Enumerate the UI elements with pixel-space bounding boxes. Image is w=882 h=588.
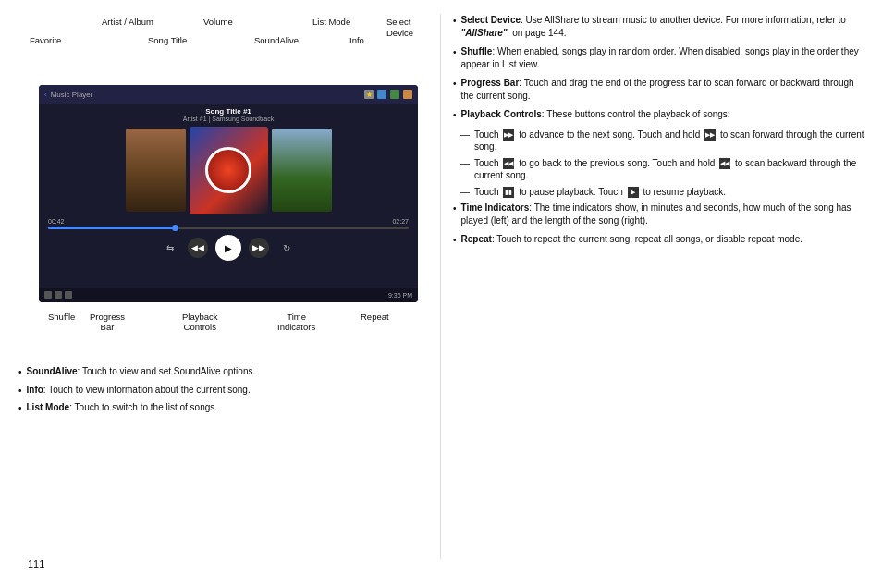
label-select: Select [386, 17, 410, 27]
player-topbar: ‹ Music Player ★ [39, 85, 418, 104]
right-bullet-progress: • Progress Bar: Touch and drag the end o… [453, 77, 869, 102]
sub-bullet-prev: — Touch ◀◀ to go back to the previous so… [460, 157, 869, 182]
rw-icon-2: ◀◀ [719, 158, 730, 169]
label-volume: Volume [203, 17, 233, 27]
label-artist-album: Artist / Album [102, 17, 153, 27]
right-bullet-playback: • Playback Controls: These buttons contr… [453, 108, 869, 122]
rb-text-4: Playback Controls: These buttons control… [461, 108, 730, 122]
right-bullet-shuffle: • Shuffle: When enabled, songs play in r… [453, 45, 869, 70]
time-elapsed: 00:42 [48, 218, 65, 225]
bullet-list-mode: • List Mode: Touch to switch to the list… [18, 401, 444, 415]
favorite-icon[interactable]: ★ [364, 90, 374, 99]
song-title: Song Title #1 [39, 107, 418, 116]
next-button[interactable]: ▶▶ [249, 238, 269, 258]
top-annotations: Favorite Artist / Album Song Title Volum… [18, 9, 444, 83]
list-mode-icon[interactable] [390, 90, 399, 99]
drum-art [190, 127, 268, 214]
bullet-info: • Info: Touch to view information about … [18, 384, 444, 398]
rb-dot-3: • [453, 78, 457, 102]
bullet-soundalive: • SoundAlive: Touch to view and set Soun… [18, 365, 444, 379]
label-list-mode: List Mode [312, 17, 350, 27]
rb-dot-6: • [453, 234, 457, 247]
forest-art [272, 129, 332, 212]
bottom-annotations: Shuffle ProgressBar PlaybackControls Tim… [39, 302, 418, 358]
rb-text-3: Progress Bar: Touch and drag the end of … [461, 77, 869, 102]
shuffle-button[interactable]: ⇆ [160, 238, 180, 258]
label-sound-alive: SoundAlive [254, 35, 299, 45]
sub-text-2: Touch ◀◀ to go back to the previous song… [474, 157, 869, 182]
time-remaining: 02:27 [392, 218, 409, 225]
sub-text-3: Touch ▮▮ to pause playback. Touch ▶ to r… [474, 186, 726, 199]
progress-handle [172, 225, 178, 231]
bullet-dot-3: • [18, 402, 22, 415]
rb-text-5: Time Indicators: The time indicators sho… [461, 202, 869, 227]
progress-section: 00:42 02:27 [39, 216, 418, 231]
topbar-left: ‹ Music Player [44, 91, 92, 99]
ff-icon-2: ▶▶ [704, 129, 716, 141]
back-status-icon [44, 291, 52, 299]
prev-button[interactable]: ◀◀ [188, 238, 208, 258]
right-bullet-time: • Time Indicators: The time indicators s… [453, 202, 869, 227]
progress-bar[interactable] [48, 227, 409, 229]
playback-controls: ⇆ ◀◀ ▶ ▶▶ ↻ [39, 231, 418, 264]
pause-icon: ▮▮ [503, 187, 514, 198]
right-bullet-repeat: • Repeat: Touch to repeat the current so… [453, 233, 869, 247]
song-subtitle: Artist #1 | Samsung Soundtrack [39, 116, 418, 122]
bullet-text-2: Info: Touch to view information about th… [27, 384, 251, 398]
menu-status-icon [65, 291, 72, 299]
progress-bar-fill [48, 227, 175, 229]
sub-dash-3: — [460, 186, 470, 199]
status-icons [44, 291, 72, 299]
label-repeat: Repeat [361, 312, 389, 322]
rb-dot-1: • [453, 15, 457, 39]
left-bullets: • SoundAlive: Touch to view and set Soun… [18, 365, 444, 415]
rb-text-6: Repeat: Touch to repeat the current song… [461, 233, 803, 247]
play-icon: ▶ [628, 187, 639, 198]
bullet-dot-1: • [18, 366, 22, 379]
player-mockup: ‹ Music Player ★ Song Title #1 Artist #1… [39, 85, 418, 302]
divider [440, 14, 441, 559]
sub-text-1: Touch ▶▶ to advance to the next song. To… [474, 129, 869, 153]
label-song-title: Song Title [148, 35, 187, 45]
label-playback-controls: PlaybackControls [182, 312, 218, 332]
sub-bullet-next: — Touch ▶▶ to advance to the next song. … [460, 129, 869, 153]
home-status-icon [55, 291, 62, 299]
bullet-text-3: List Mode: Touch to switch to the list o… [27, 401, 218, 415]
label-info: Info [349, 35, 364, 45]
rb-dot-4: • [453, 109, 457, 122]
progress-times: 00:42 02:27 [48, 218, 409, 225]
player-title: Music Player [51, 91, 93, 99]
topbar-icons: ★ [364, 90, 412, 99]
label-favorite: Favorite [30, 35, 61, 45]
album-thumb-3 [272, 129, 332, 212]
right-panel: • Select Device: Use AllShare to stream … [453, 14, 869, 253]
song-info: Song Title #1 Artist #1 | Samsung Soundt… [39, 104, 418, 124]
info-icon[interactable] [377, 90, 386, 99]
ff-icon: ▶▶ [503, 129, 514, 141]
label-device: Device [386, 28, 413, 38]
drum-circle [205, 147, 251, 193]
rw-icon: ◀◀ [503, 158, 514, 169]
back-icon: ‹ [44, 91, 47, 99]
rb-dot-5: • [453, 202, 457, 227]
sub-dash-1: — [460, 129, 470, 153]
label-progress-bar: ProgressBar [90, 312, 125, 332]
album-thumb-1 [126, 129, 186, 212]
sub-bullet-pause: — Touch ▮▮ to pause playback. Touch ▶ to… [460, 186, 869, 199]
album-thumb-main [190, 127, 268, 214]
label-shuffle: Shuffle [48, 312, 75, 322]
person-art [126, 129, 186, 212]
play-button[interactable]: ▶ [215, 235, 241, 261]
share-icon[interactable] [403, 90, 412, 99]
right-bullet-select-device: • Select Device: Use AllShare to stream … [453, 14, 869, 39]
bullet-dot-2: • [18, 385, 22, 398]
sub-dash-2: — [460, 157, 470, 182]
repeat-button[interactable]: ↻ [276, 238, 297, 258]
rb-text-1: Select Device: Use AllShare to stream mu… [461, 14, 869, 39]
album-art-row [39, 124, 418, 216]
rb-dot-2: • [453, 46, 457, 70]
label-time-indicators: TimeIndicators [277, 312, 315, 332]
page-number: 111 [28, 558, 44, 570]
status-time: 9:36 PM [388, 292, 412, 299]
left-panel: Favorite Artist / Album Song Title Volum… [18, 9, 444, 420]
